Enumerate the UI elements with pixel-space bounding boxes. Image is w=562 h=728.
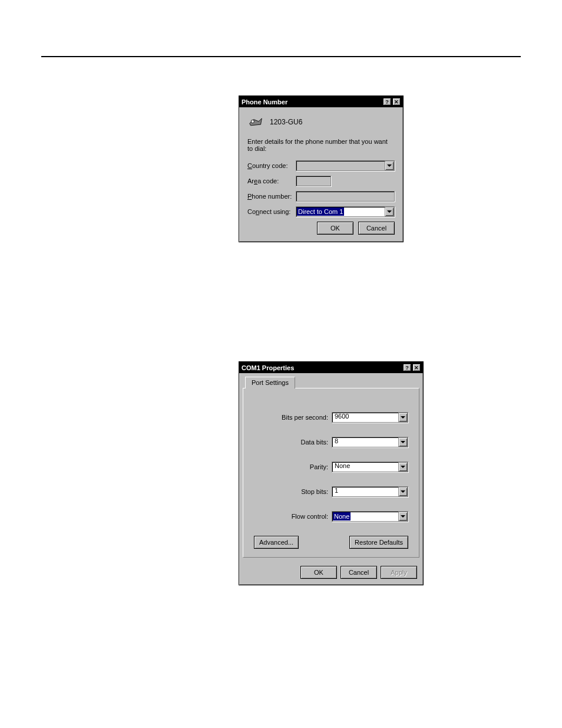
- connect-using-dropdown[interactable]: Direct to Com 1: [296, 206, 395, 217]
- chevron-down-icon[interactable]: [398, 437, 408, 447]
- chevron-down-icon[interactable]: [398, 487, 408, 496]
- phone-icon: [247, 114, 264, 130]
- horizontal-rule: [41, 56, 521, 57]
- close-button[interactable]: ✕: [412, 364, 421, 371]
- area-code-label: Area code:: [247, 177, 296, 185]
- restore-defaults-button[interactable]: Restore Defaults: [349, 536, 408, 549]
- help-button[interactable]: ?: [383, 98, 391, 106]
- data-bits-label: Data bits:: [267, 439, 332, 446]
- connection-name: 1203-GU6: [270, 118, 302, 126]
- country-code-dropdown[interactable]: [296, 160, 395, 171]
- help-button[interactable]: ?: [403, 364, 411, 371]
- chevron-down-icon[interactable]: [398, 512, 408, 521]
- country-code-label: Country code:: [247, 162, 296, 169]
- bits-per-second-dropdown[interactable]: 9600: [332, 412, 408, 423]
- ok-button[interactable]: OK: [317, 222, 353, 235]
- chevron-down-icon[interactable]: [398, 413, 408, 422]
- cancel-button[interactable]: Cancel: [358, 222, 395, 235]
- stop-bits-label: Stop bits:: [267, 488, 332, 495]
- stop-bits-dropdown[interactable]: 1: [332, 486, 408, 497]
- flow-control-label: Flow control:: [267, 513, 332, 520]
- port-settings-panel: Bits per second: 9600 Data bits: 8 Parit…: [243, 388, 419, 558]
- phone-dialog-title: Phone Number: [242, 98, 287, 106]
- ok-button[interactable]: OK: [300, 566, 337, 579]
- phone-number-input[interactable]: [296, 191, 395, 202]
- chevron-down-icon[interactable]: [398, 462, 408, 472]
- parity-label: Parity:: [267, 463, 332, 470]
- phone-number-label: Phone number:: [247, 193, 296, 200]
- bits-per-second-label: Bits per second:: [267, 414, 332, 421]
- instruction-text: Enter details for the phone number that …: [247, 138, 395, 152]
- phone-number-dialog: Phone Number ? ✕ 1203-GU6 Enter details …: [239, 95, 404, 242]
- cancel-button[interactable]: Cancel: [340, 566, 377, 579]
- close-button[interactable]: ✕: [392, 98, 401, 106]
- phone-dialog-titlebar[interactable]: Phone Number ? ✕: [239, 96, 403, 107]
- apply-button[interactable]: Apply: [381, 566, 417, 579]
- flow-control-dropdown[interactable]: None: [332, 511, 408, 522]
- data-bits-dropdown[interactable]: 8: [332, 437, 408, 447]
- com-properties-dialog: COM1 Properties ? ✕ Port Settings Bits p…: [239, 361, 424, 585]
- area-code-input[interactable]: [296, 176, 331, 186]
- advanced-button[interactable]: Advanced...: [254, 536, 299, 549]
- tab-port-settings[interactable]: Port Settings: [245, 377, 295, 388]
- com-dialog-titlebar[interactable]: COM1 Properties ? ✕: [239, 362, 423, 373]
- chevron-down-icon[interactable]: [385, 207, 394, 216]
- com-dialog-title: COM1 Properties: [242, 364, 294, 371]
- chevron-down-icon[interactable]: [385, 161, 394, 170]
- parity-dropdown[interactable]: None: [332, 462, 408, 472]
- connect-using-label: Connect using:: [247, 208, 296, 215]
- svg-point-0: [251, 120, 254, 123]
